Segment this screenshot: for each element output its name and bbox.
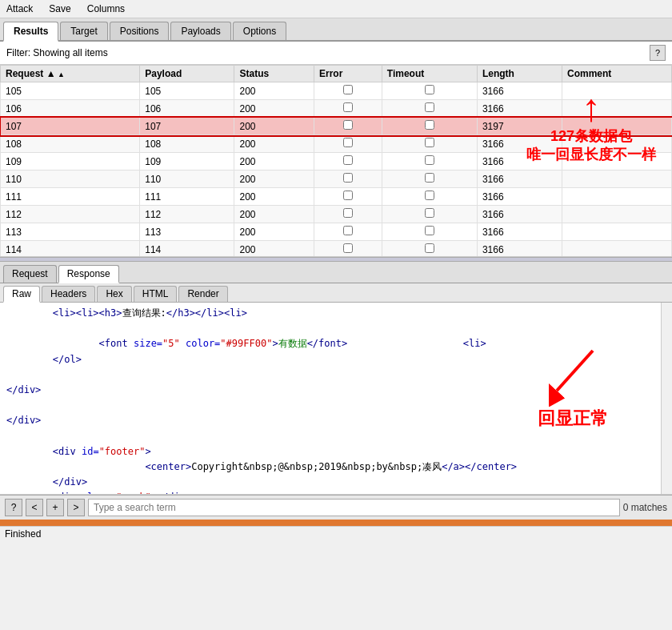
code-line-3: </ol> [6,352,666,367]
menu-bar: Attack Save Columns [0,0,672,18]
table-row[interactable]: 1121122003166 [1,206,672,223]
tab-payloads[interactable]: Payloads [170,22,230,40]
resp-tab-render[interactable]: Render [178,286,227,302]
code-line-blank4 [6,429,666,444]
resp-tab-raw[interactable]: Raw [3,286,40,303]
error-checkbox[interactable] [343,102,353,112]
col-comment[interactable]: Comment [562,66,672,82]
col-status[interactable]: Status [234,66,314,82]
timeout-checkbox[interactable] [425,191,434,200]
help-button[interactable]: ? [5,499,22,516]
timeout-checkbox[interactable] [425,155,434,165]
timeout-checkbox[interactable] [425,208,434,218]
results-table-container: Request ▲ Payload Status Error Timeout L… [0,65,672,257]
timeout-checkbox[interactable] [425,243,434,253]
menu-attack[interactable]: Attack [3,2,36,16]
code-line-6: <div id="footer"> [6,444,666,459]
col-payload[interactable]: Payload [140,66,234,82]
bottom-bar: ? < + > 0 matches [0,495,672,520]
error-checkbox[interactable] [343,138,353,147]
next-button[interactable]: > [67,499,85,516]
code-line-blank2 [6,367,666,383]
response-tabs-bar: Raw Headers Hex HTML Render [0,283,672,303]
code-line-4: </div> [6,383,666,398]
resp-tab-html[interactable]: HTML [134,286,178,302]
table-row[interactable]: 1131132003166 [1,223,672,241]
col-error[interactable]: Error [314,66,382,82]
code-line-blank1 [6,321,666,336]
progress-bar-container [0,520,672,526]
resp-tab-hex[interactable]: Hex [97,286,131,302]
match-count: 0 matches [623,502,667,513]
timeout-checkbox[interactable] [425,226,434,235]
col-timeout[interactable]: Timeout [382,66,477,82]
error-checkbox[interactable] [343,208,353,218]
code-line-5: </div> [6,413,666,428]
results-table: Request ▲ Payload Status Error Timeout L… [0,65,672,257]
table-row[interactable]: 1111112003166 [1,188,672,206]
timeout-checkbox[interactable] [425,173,434,183]
tab-results[interactable]: Results [3,22,58,42]
timeout-checkbox[interactable] [425,85,434,94]
sub-tab-response[interactable]: Response [58,265,119,283]
table-row[interactable]: 1091092003166 [1,153,672,171]
table-row[interactable]: 1101102003166 [1,171,672,188]
error-checkbox[interactable] [343,243,353,253]
resp-tab-headers[interactable]: Headers [42,286,95,302]
progress-bar-fill [0,520,672,526]
filter-text: Filter: Showing all items [6,47,108,58]
col-request[interactable]: Request ▲ [1,66,140,82]
table-row[interactable]: 1141142003166 [1,241,672,258]
col-length[interactable]: Length [477,66,562,82]
timeout-checkbox[interactable] [425,102,434,112]
main-tabs-bar: Results Target Positions Payloads Option… [0,18,672,42]
error-checkbox[interactable] [343,226,353,235]
error-checkbox[interactable] [343,191,353,200]
error-checkbox[interactable] [343,173,353,183]
error-checkbox[interactable] [343,120,353,130]
status-text: Finished [5,528,41,540]
tab-target[interactable]: Target [60,22,107,40]
menu-columns[interactable]: Columns [84,2,128,16]
timeout-checkbox[interactable] [425,138,434,147]
code-line-2: <font size="5" color="#99FF00">有数据</font… [6,336,666,351]
filter-help-button[interactable]: ? [650,45,666,61]
error-checkbox[interactable] [343,155,353,165]
table-row[interactable]: 1081082003166 [1,135,672,153]
filter-bar: Filter: Showing all items ? [0,42,672,65]
prev-button[interactable]: < [26,499,43,516]
code-area: <li><li><h3>查询结果:</h3></li><li> <font si… [0,303,672,495]
add-button[interactable]: + [46,499,64,516]
menu-save[interactable]: Save [46,2,74,16]
status-bar: Finished [0,526,672,541]
table-row[interactable]: 1061062003166 [1,100,672,118]
code-line-8: </div> [6,475,666,490]
code-line-blank3 [6,398,666,413]
code-line-9: <div class="mask"></div> [6,490,666,495]
error-checkbox[interactable] [343,85,353,94]
tab-positions[interactable]: Positions [110,22,170,40]
sub-tab-request[interactable]: Request [3,265,57,283]
code-line-7: <center>Copyright&nbsp;@&nbsp;2019&nbsp;… [6,459,666,475]
timeout-checkbox[interactable] [425,120,434,130]
sub-tabs-bar: Request Response [0,262,672,283]
table-row[interactable]: 1051052003166 [1,82,672,100]
table-row[interactable]: 1071072003197 [1,118,672,135]
code-scrollbar[interactable] [661,303,672,494]
code-line-1: <li><li><h3>查询结果:</h3></li><li> [6,306,666,321]
tab-options[interactable]: Options [233,22,286,40]
search-input[interactable] [88,499,620,516]
